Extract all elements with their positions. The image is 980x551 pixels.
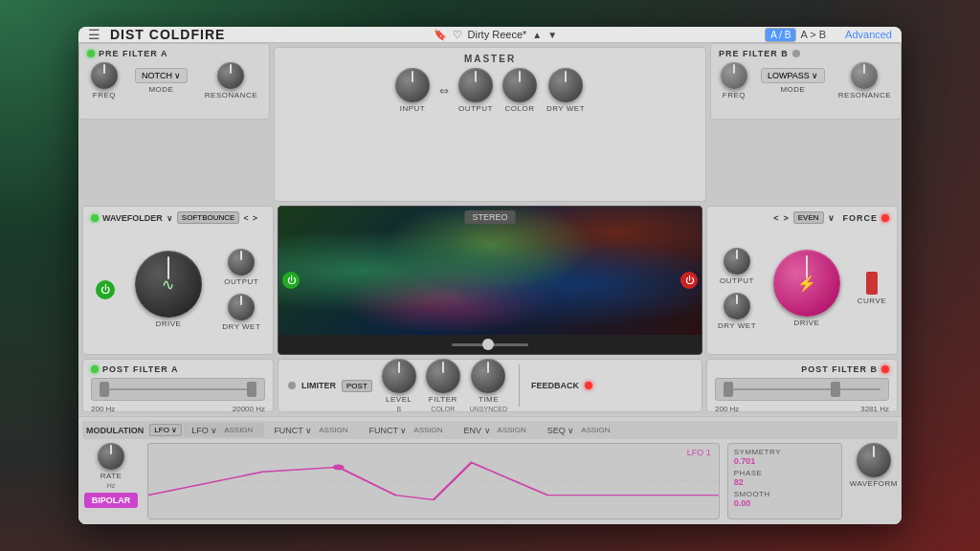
mod-assign-funct1[interactable]: ASSIGN [315, 425, 351, 435]
post-filter-a-led[interactable] [91, 365, 99, 373]
master-output: OUTPUT [458, 68, 493, 113]
visualizer-panel: STEREO ⏻ ⏻ [278, 206, 702, 355]
preset-name[interactable]: Dirty Reece* [468, 29, 527, 40]
master-color-knob[interactable] [502, 68, 537, 102]
mod-rate-knob[interactable] [98, 443, 124, 470]
post-filter-b-low-handle[interactable] [724, 382, 733, 397]
limiter-led[interactable] [288, 382, 296, 389]
force-nav-left[interactable]: < [773, 213, 779, 223]
vis-slider[interactable] [452, 343, 528, 346]
stereo-button[interactable]: STEREO [464, 210, 515, 224]
modulation-left: RATE Hz BIPOLAR [82, 443, 140, 519]
post-filter-a-slider[interactable] [91, 378, 265, 401]
master-drywet-knob[interactable] [548, 68, 583, 102]
smooth-param: SMOOTH 0.00 [734, 490, 835, 508]
master-link-icon[interactable]: ⇔ [439, 84, 449, 98]
force-drive-knob[interactable]: ⚡ [773, 250, 840, 317]
wavefolder-side-knobs: OUTPUT DRY WET [222, 249, 260, 331]
heart-icon[interactable]: ♡ [453, 29, 462, 41]
force-output-knob[interactable] [724, 248, 750, 275]
lfo-waveform-svg [148, 444, 719, 518]
vis-left-power-button[interactable]: ⏻ [282, 272, 300, 289]
preset-up-icon[interactable]: ▲ [532, 30, 542, 40]
wavefolder-mode-dropdown[interactable]: SOFTBOUNCE [177, 211, 240, 224]
bookmark-icon[interactable]: 🔖 [434, 29, 447, 41]
wavefolder-drive-knob[interactable]: ∿ [135, 251, 202, 318]
mod-tab-seq[interactable]: SEQ ∨ ASSIGN [540, 423, 622, 437]
limiter-time-knob[interactable] [471, 359, 505, 393]
mod-assign-lfo1[interactable]: ASSIGN [220, 425, 256, 435]
pre-filter-b-mode-dropdown[interactable]: LOWPASS ∨ [761, 68, 825, 83]
post-filter-a-panel: POST FILTER A 200 Hz 20000 Hz [82, 359, 274, 412]
pre-filter-a-freq-knob[interactable] [91, 62, 118, 89]
modulation-mode-dropdown[interactable]: LFO ∨ [149, 424, 182, 436]
pre-filter-b-resonance-knob[interactable] [851, 62, 878, 89]
wavefolder-nav-right[interactable]: > [253, 213, 257, 223]
mod-tab-lfo1[interactable]: LFO ∨ ASSIGN [184, 423, 264, 437]
force-mode-dropdown[interactable]: EVEN [793, 211, 824, 224]
post-filter-a-high-handle[interactable] [247, 382, 256, 397]
post-filter-b-slider[interactable] [715, 378, 889, 401]
feedback-led[interactable] [585, 382, 592, 389]
master-input-knob[interactable] [395, 68, 430, 102]
force-curve-slider[interactable] [866, 272, 878, 295]
visualizer-image [278, 207, 702, 335]
middle-section: WAVEFOLDER ∨ SOFTBOUNCE < > ⏻ ∿ [78, 206, 902, 359]
force-led[interactable] [881, 214, 889, 222]
force-nav-right[interactable]: > [783, 213, 789, 223]
pre-filter-b-freq-knob[interactable] [721, 62, 747, 89]
pre-filter-a-led[interactable] [87, 50, 95, 57]
limiter-time: TIME UNSYNCED [470, 359, 507, 412]
modulation-right: SYMMETRY 0.701 PHASE 82 SMOOTH 0.00 [727, 443, 842, 519]
post-filter-b-high-handle[interactable] [831, 382, 840, 397]
master-title: MASTER [464, 54, 516, 64]
menu-icon[interactable]: ☰ [88, 27, 100, 42]
wavefolder-nav-left[interactable]: < [243, 213, 248, 223]
mod-tab-env[interactable]: ENV ∨ ASSIGN [457, 423, 538, 437]
post-filter-b-track [724, 388, 880, 390]
limiter-level-knob[interactable] [382, 359, 416, 393]
mod-waveform-knob[interactable] [857, 443, 891, 477]
modulation-label: MODULATION [86, 426, 144, 435]
limiter-header: LIMITER POST [288, 380, 372, 392]
wavefolder-power-button[interactable]: ⏻ [96, 280, 115, 299]
limiter-filter-knob[interactable] [426, 359, 460, 393]
mod-assign-funct2[interactable]: ASSIGN [410, 425, 446, 435]
pre-filter-b-mode: LOWPASS ∨ MODE [761, 68, 825, 94]
master-output-knob[interactable] [458, 68, 493, 102]
force-drywet-knob[interactable] [724, 293, 750, 320]
wavefolder-drywet: DRY WET [222, 294, 260, 331]
preset-down-icon[interactable]: ▼ [547, 30, 557, 40]
post-filter-a-low-handle[interactable] [100, 382, 109, 397]
pre-filter-a-resonance-knob[interactable] [217, 62, 244, 89]
limiter-post-btn[interactable]: POST [342, 380, 372, 392]
pre-filter-a-label: PRE FILTER A [87, 49, 261, 58]
force-dropdown-icon2[interactable]: ∨ [828, 213, 835, 223]
wavefolder-led[interactable] [91, 214, 99, 222]
post-filter-b-label: POST FILTER B [715, 364, 889, 374]
lf-divider [519, 364, 520, 407]
bipolar-button[interactable]: BIPOLAR [84, 493, 139, 508]
vis-right-power-button[interactable]: ⏻ [680, 272, 698, 289]
post-filter-b-led[interactable] [881, 365, 889, 373]
vis-slider-handle[interactable] [482, 339, 494, 350]
pre-filter-b-led[interactable] [792, 50, 800, 57]
wavefolder-drywet-knob[interactable] [228, 294, 255, 320]
post-filter-b-panel: POST FILTER B 200 Hz 3281 Hz [706, 359, 898, 412]
pre-filter-b-label: PRE FILTER B [719, 49, 893, 58]
advanced-button[interactable]: Advanced [845, 29, 892, 40]
pre-filter-a-mode-dropdown[interactable]: NOTCH ∨ [135, 68, 188, 83]
wavefolder-dropdown-icon[interactable]: ∨ [167, 213, 173, 223]
wavefolder-label: WAVEFOLDER [102, 213, 163, 223]
feedback-header: FEEDBACK [531, 381, 592, 390]
mod-assign-env[interactable]: ASSIGN [494, 425, 530, 435]
wavefolder-output-knob[interactable] [228, 249, 255, 276]
ab-label[interactable]: A / B [765, 28, 796, 42]
symmetry-param: SYMMETRY 0.701 [734, 448, 835, 466]
mod-tab-funct2[interactable]: FUNCT ∨ ASSIGN [361, 423, 454, 437]
modulation-section: MODULATION LFO ∨ LFO ∨ ASSIGN FUNCT ∨ AS… [78, 416, 902, 524]
wavefolder-panel: WAVEFOLDER ∨ SOFTBOUNCE < > ⏻ ∿ [82, 206, 274, 355]
force-curve: CURVE [858, 272, 886, 305]
mod-assign-seq[interactable]: ASSIGN [577, 425, 613, 435]
mod-tab-funct1[interactable]: FUNCT ∨ ASSIGN [266, 423, 359, 437]
